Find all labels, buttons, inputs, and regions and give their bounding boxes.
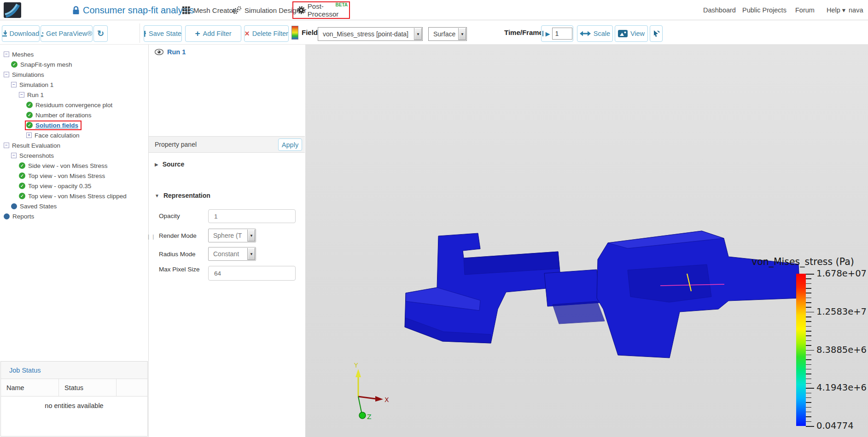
tree-item[interactable]: ✓ Top view - opacity 0.35 — [0, 181, 148, 191]
gear-icon — [297, 6, 304, 14]
apply-button[interactable]: Apply — [278, 138, 302, 151]
select-arrow-icon: ▼ — [247, 230, 255, 242]
property-panel-header: Property panel Apply — [149, 136, 305, 153]
legend-tick — [806, 412, 811, 413]
nav-link-public-projects[interactable]: Public Projects — [742, 0, 786, 20]
save-state-button[interactable]: Save State — [144, 25, 182, 42]
check-icon: ✓ — [19, 183, 25, 189]
download-icon — [2, 30, 7, 37]
axis-y-label: Y — [354, 362, 358, 369]
nav-link-dashboard[interactable]: Dashboard — [703, 0, 736, 20]
frame-input[interactable] — [552, 28, 572, 40]
pipeline-item-label: Run 1 — [167, 48, 186, 56]
check-icon: ✓ — [19, 172, 25, 179]
legend-tick — [806, 298, 811, 299]
check-icon: ✓ — [11, 61, 17, 68]
axis-x-label: X — [384, 396, 389, 403]
viewport-3d[interactable]: Y X Z von_Mises_stress (Pa) 1.678e+071.2… — [305, 45, 868, 437]
axis-z-label: Z — [367, 413, 372, 420]
max-pixel-size-input[interactable] — [208, 266, 296, 281]
tree-item[interactable]: ✓ SnapFit-sym mesh — [0, 59, 148, 69]
collapse-expander-icon: − — [4, 52, 9, 57]
property-panel-title: Property panel — [155, 137, 197, 152]
legend-title: von_Mises_stress (Pa) — [751, 256, 854, 267]
cross-icon: × — [245, 29, 250, 39]
tree-item[interactable]: − Screenshots — [0, 150, 148, 161]
project-title: Consumer snap-fit analysis — [83, 0, 194, 20]
refresh-button[interactable]: ↻ — [93, 25, 108, 42]
legend-tick — [806, 326, 811, 327]
legend-tick — [806, 393, 811, 394]
tab-mesh-creator[interactable]: Mesh Creator — [182, 0, 235, 20]
legend-tick — [806, 374, 811, 374]
legend-tick — [806, 288, 811, 289]
scale-button[interactable]: Scale — [577, 25, 613, 42]
frame-stepper[interactable]: ▶ — [541, 25, 573, 42]
app-window: Consumer snap-fit analysis Mesh Creator … — [0, 0, 868, 437]
tree-item[interactable]: − Simulations — [0, 69, 148, 80]
tree-item[interactable]: Reports — [0, 211, 148, 221]
legend-tick-label: 1.2583e+7 — [816, 306, 867, 317]
delete-filter-button[interactable]: × Delete Filter — [244, 25, 289, 42]
max-pixel-size-label: Max Pixel Size — [159, 266, 200, 273]
nav-link-forum[interactable]: Forum — [795, 0, 815, 20]
tree-item[interactable]: ✓ Side view - von Mises Stress — [0, 161, 148, 171]
tree-item[interactable]: ✓ Residuum convergence plot — [0, 100, 148, 110]
floppy-icon — [144, 31, 146, 37]
opacity-input[interactable] — [208, 209, 296, 223]
legend-tick — [806, 383, 811, 384]
time-frame-label: Time/Frame: — [504, 21, 545, 45]
section-representation[interactable]: ▼ Representation — [155, 192, 210, 199]
legend-tick — [806, 293, 811, 293]
legend-tick — [806, 355, 811, 356]
tree-item[interactable]: − Simulation 1 — [0, 80, 148, 90]
expand-expander-icon: + — [26, 132, 32, 138]
tree-item[interactable]: ✓ Top view - von Mises Stress clipped — [0, 191, 148, 201]
job-status-panel: Job Status Name Status no entities avail… — [0, 361, 148, 437]
tree-item[interactable]: Saved States — [0, 201, 148, 211]
download-button[interactable]: Download — [2, 25, 40, 42]
job-status-header-row: Name Status — [1, 379, 147, 397]
model-right-part — [597, 231, 800, 358]
collapse-expander-icon: − — [4, 72, 9, 77]
nav-link-help[interactable]: Help ▾ — [827, 0, 845, 20]
interaction-mode-button[interactable] — [650, 25, 663, 42]
tree-item[interactable]: ✓ Top view - von Mises Stress — [0, 171, 148, 181]
representation-select[interactable]: Surface ▼ — [428, 27, 467, 41]
job-status-empty-text: no entities available — [1, 397, 147, 409]
visibility-eye-icon[interactable] — [155, 49, 163, 55]
tree-item[interactable]: ✓ Solution fields — [0, 120, 148, 130]
section-source[interactable]: ▶ Source — [155, 161, 184, 168]
legend-tick — [806, 307, 811, 308]
get-paraview-button[interactable]: Get ParaView® — [41, 25, 93, 42]
radius-mode-label: Radius Mode — [159, 251, 205, 258]
legend-tick — [806, 316, 811, 317]
tree-item[interactable]: − Result Evaluation — [0, 140, 148, 150]
radius-mode-select[interactable]: Constant ▼ — [208, 247, 256, 261]
collapse-expander-icon: − — [19, 92, 24, 98]
collapse-expander-icon: − — [11, 153, 17, 158]
tree-item[interactable]: + Face calculation — [0, 130, 148, 140]
tree-item[interactable]: − Run 1 — [0, 90, 148, 100]
colormap-swatch-button[interactable] — [291, 26, 298, 40]
refresh-icon: ↻ — [97, 29, 104, 39]
toolbar-separator — [140, 23, 140, 43]
image-icon — [618, 30, 628, 37]
add-filter-button[interactable]: + Add Filter — [185, 25, 241, 42]
view-button[interactable]: View — [615, 25, 648, 42]
chevron-down-icon: ▾ — [842, 6, 845, 14]
username: nava — [849, 0, 863, 20]
tree-item[interactable]: ✓ Number of iterations — [0, 110, 148, 120]
tree-item[interactable]: − Meshes — [0, 49, 148, 59]
legend-tick — [806, 350, 814, 351]
legend-tick — [806, 335, 811, 336]
field-select[interactable]: von_Mises_stress [point-data] ▼ — [318, 27, 423, 41]
render-mode-select[interactable]: Sphere (T ▼ — [208, 229, 256, 242]
legend-tick — [806, 421, 811, 422]
legend-tick — [806, 345, 811, 346]
pipeline-item-run1[interactable]: Run 1 — [155, 48, 186, 56]
legend-tick — [806, 426, 814, 427]
caret-right-icon: ▶ — [155, 162, 158, 167]
check-icon: ✓ — [26, 102, 33, 108]
panel-resize-grip[interactable]: ❘❘ — [146, 234, 151, 242]
